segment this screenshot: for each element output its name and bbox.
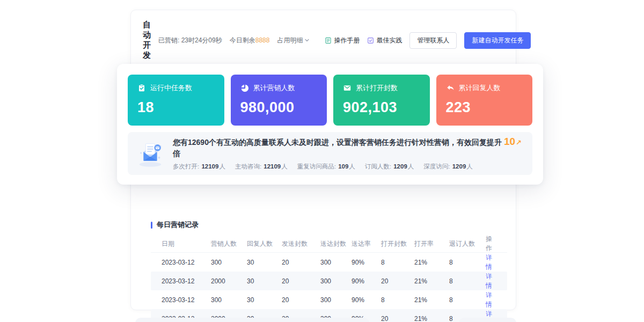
table-cell: 90% bbox=[352, 277, 381, 285]
table-cell: 30 bbox=[247, 296, 282, 304]
table-cell: 300 bbox=[320, 259, 352, 266]
stat-label: 累计营销人数 bbox=[253, 83, 295, 93]
stat-value: 223 bbox=[446, 99, 523, 116]
table-cell: 300 bbox=[320, 277, 352, 285]
stat-cards-row: 运行中任务数 18 累计营销人数 980,000 累计打开封数 902,103 … bbox=[128, 75, 532, 126]
table-cell: 2023-03-12 bbox=[162, 259, 211, 266]
below-fold-card bbox=[459, 318, 516, 322]
follow-up-notice-banner: 您有12690个有互动的高质量联系人未及时跟进，设置潜客营销任务进行针对性营销，… bbox=[128, 132, 532, 175]
daily-records-section: 每日营销记录 日期营销人数回复人数发送封数送达封数送达率打开封数打开率退订人数操… bbox=[131, 219, 516, 322]
stat-card-running-tasks: 运行中任务数 18 bbox=[128, 75, 224, 126]
mail-illustration-icon bbox=[133, 137, 167, 170]
stat-label: 运行中任务数 bbox=[150, 83, 192, 93]
below-fold-card bbox=[135, 318, 369, 322]
stat-label: 累计打开封数 bbox=[356, 83, 398, 93]
table-cell: 20 bbox=[381, 277, 414, 285]
stat-card-marketed-people: 累计营销人数 980,000 bbox=[231, 75, 327, 126]
task-clipboard-icon bbox=[137, 84, 146, 92]
table-cell: 90% bbox=[352, 296, 381, 304]
notice-stat: 重复访问商品: 109人 bbox=[297, 163, 355, 171]
stat-value: 18 bbox=[137, 99, 215, 116]
reply-arrow-icon bbox=[446, 84, 455, 92]
section-title-bar bbox=[151, 222, 152, 229]
stat-value: 980,000 bbox=[240, 99, 318, 116]
column-header: 送达率 bbox=[352, 239, 381, 248]
notice-stat: 多次打开: 12109人 bbox=[173, 163, 225, 171]
table-row: 2023-03-122000302030090%2021%8详情 bbox=[151, 272, 507, 290]
notice-stat: 深度访问: 1209人 bbox=[423, 163, 472, 171]
table-cell: 8 bbox=[449, 259, 486, 266]
table-cell: 20 bbox=[381, 315, 414, 322]
usage-detail-dropdown[interactable]: 占用明细 bbox=[277, 36, 310, 45]
notice-stat: 订阅人数: 1209人 bbox=[365, 163, 414, 171]
stat-card-replied-people: 累计回复人数 223 bbox=[436, 75, 533, 126]
new-task-button[interactable]: 新建自动开发任务 bbox=[464, 32, 531, 49]
detail-link[interactable]: 详情 bbox=[486, 254, 492, 270]
column-header: 打开率 bbox=[414, 239, 449, 248]
table-cell: 8 bbox=[381, 296, 414, 304]
today-remaining: 今日剩余8888 bbox=[230, 36, 270, 45]
table-row: 2023-03-12300302030090%821%8详情 bbox=[151, 253, 507, 272]
table-cell: 2000 bbox=[211, 277, 247, 285]
table-cell: 20 bbox=[282, 259, 320, 266]
table-cell: 8 bbox=[449, 296, 486, 304]
notice-body: 您有12690个有互动的高质量联系人未及时跟进，设置潜客营销任务进行针对性营销，… bbox=[173, 136, 525, 171]
manual-book-icon bbox=[325, 37, 332, 44]
detail-link[interactable]: 详情 bbox=[486, 291, 492, 308]
table-cell: 20 bbox=[282, 277, 320, 285]
table-body: 2023-03-12300302030090%821%8详情2023-03-12… bbox=[151, 253, 507, 322]
envelope-icon bbox=[343, 84, 352, 92]
chevron-down-icon bbox=[304, 38, 310, 43]
stats-overlay-panel: 运行中任务数 18 累计营销人数 980,000 累计打开封数 902,103 … bbox=[117, 64, 543, 185]
table-header-row: 日期营销人数回复人数发送封数送达封数送达率打开封数打开率退订人数操作 bbox=[151, 235, 507, 253]
table-cell-action: 详情 bbox=[486, 272, 496, 290]
page-header: 自动开发 已营销: 23时24分09秒 今日剩余8888 占用明细 操作手册 最… bbox=[131, 10, 516, 67]
notice-highlight-number: 10 bbox=[502, 136, 516, 147]
table-cell: 300 bbox=[211, 296, 247, 304]
table-cell: 2023-03-12 bbox=[162, 277, 211, 285]
table-cell: 21% bbox=[414, 315, 449, 322]
table-cell: 21% bbox=[414, 277, 449, 285]
section-title-row: 每日营销记录 bbox=[151, 219, 507, 230]
pie-chart-icon bbox=[240, 84, 249, 92]
notice-stat: 主动咨询: 12109人 bbox=[235, 163, 288, 171]
column-header: 日期 bbox=[162, 239, 211, 248]
table-cell: 8 bbox=[449, 277, 486, 285]
column-header: 发送封数 bbox=[282, 239, 320, 248]
column-header: 操作 bbox=[486, 235, 496, 253]
table-cell-action: 详情 bbox=[486, 253, 496, 272]
table-cell: 300 bbox=[211, 259, 247, 266]
column-header: 营销人数 bbox=[211, 239, 247, 248]
table-cell-action: 详情 bbox=[486, 291, 496, 309]
manual-link[interactable]: 操作手册 bbox=[325, 36, 360, 45]
best-practice-link[interactable]: 最佳实践 bbox=[367, 36, 402, 45]
table-cell: 90% bbox=[352, 259, 381, 266]
table-cell: 30 bbox=[247, 259, 282, 266]
table-cell: 21% bbox=[414, 296, 449, 304]
column-header: 打开封数 bbox=[381, 239, 414, 248]
section-title: 每日营销记录 bbox=[157, 220, 199, 230]
marketed-duration: 已营销: 23时24分09秒 bbox=[158, 36, 222, 45]
stat-value: 902,103 bbox=[343, 99, 420, 116]
column-header: 退订人数 bbox=[449, 239, 486, 248]
manage-contacts-button[interactable]: 管理联系人 bbox=[409, 32, 457, 49]
column-header: 回复人数 bbox=[247, 239, 282, 248]
table-cell: 21% bbox=[414, 259, 449, 266]
notice-stats-row: 多次打开: 12109人主动咨询: 12109人重复访问商品: 109人订阅人数… bbox=[173, 163, 525, 171]
table-cell: 20 bbox=[282, 296, 320, 304]
column-header: 送达封数 bbox=[320, 239, 352, 248]
notice-message: 您有12690个有互动的高质量联系人未及时跟进，设置潜客营销任务进行针对性营销，… bbox=[173, 136, 525, 159]
table-cell: 300 bbox=[320, 296, 352, 304]
table-cell: 8 bbox=[381, 259, 414, 266]
page-title: 自动开发 bbox=[143, 20, 151, 61]
up-arrow-icon: ↗ bbox=[516, 138, 522, 147]
table-cell: 2023-03-12 bbox=[162, 296, 211, 304]
table-cell: 30 bbox=[247, 277, 282, 285]
stat-card-opened-mails: 累计打开封数 902,103 bbox=[333, 75, 430, 126]
detail-link[interactable]: 详情 bbox=[486, 273, 492, 289]
best-practice-doc-icon bbox=[367, 37, 374, 44]
stat-label: 累计回复人数 bbox=[459, 83, 501, 93]
remaining-count: 8888 bbox=[255, 36, 270, 44]
table-row: 2023-03-12300302030090%821%8详情 bbox=[151, 290, 507, 309]
